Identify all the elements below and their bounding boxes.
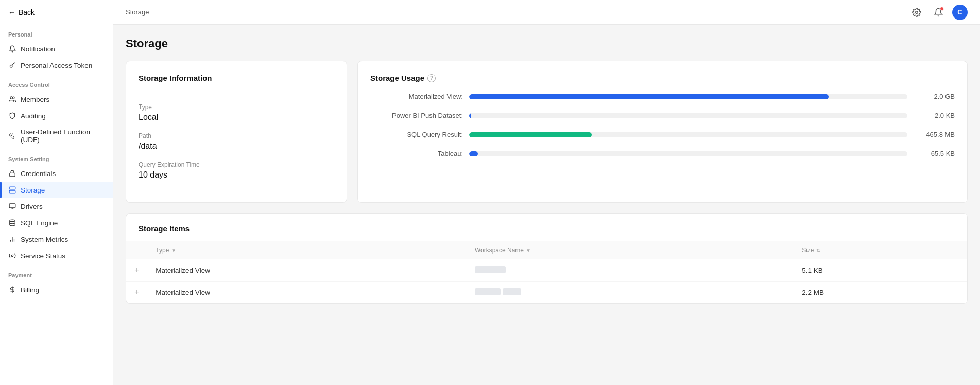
usage-label: SQL Query Result: [370, 131, 463, 138]
storage-usage-help-icon[interactable]: ? [427, 74, 436, 82]
sidebar-item-system-metrics[interactable]: System Metrics [0, 231, 113, 248]
usage-bar-container [469, 94, 907, 99]
key-icon [8, 61, 16, 69]
workspace-filter-icon[interactable]: ▼ [526, 248, 531, 253]
svg-rect-4 [9, 190, 15, 193]
sidebar-item-auditing[interactable]: Auditing [0, 108, 113, 124]
users-icon [8, 95, 16, 103]
topbar-title: Storage [126, 8, 149, 16]
storage-usage-card: Storage Usage ? Materialized View: 2.0 G… [357, 61, 968, 203]
table-row: + Materialized View 5.1 KB [126, 259, 967, 282]
sidebar-item-billing[interactable]: Billing [0, 282, 113, 298]
usage-bar-container [469, 132, 907, 137]
sidebar-item-storage[interactable]: Storage [0, 182, 113, 198]
type-label: Type [139, 103, 334, 111]
usage-bar-container [469, 151, 907, 156]
table-header-row: Type ▼ Workspace Name ▼ [126, 241, 967, 259]
usage-value: 2.0 KB [914, 112, 955, 119]
workspace-cell [467, 282, 794, 304]
svg-point-14 [11, 255, 13, 257]
function-icon [8, 132, 16, 140]
svg-point-10 [10, 220, 15, 222]
topbar: Storage C [113, 0, 980, 25]
sidebar-item-credentials[interactable]: Credentials [0, 165, 113, 182]
col-size: Size ⇅ [794, 241, 967, 259]
sidebar-item-label: Members [21, 96, 49, 103]
sidebar-item-service-status[interactable]: Service Status [0, 248, 113, 264]
usage-value: 465.8 MB [914, 131, 955, 138]
size-sort-icon[interactable]: ⇅ [816, 248, 820, 253]
sidebar-item-personal-access-token[interactable]: Personal Access Token [0, 57, 113, 74]
main-area: Storage C Storage Storage Information [113, 0, 980, 385]
size-cell: 2.2 MB [794, 282, 967, 304]
workspace-pill [475, 288, 501, 295]
usage-bars: Materialized View: 2.0 GB Power BI Push … [370, 93, 955, 157]
svg-rect-7 [9, 204, 15, 208]
expiration-value: 10 days [139, 170, 334, 180]
expand-cell[interactable]: + [126, 282, 147, 304]
usage-row: SQL Query Result: 465.8 MB [370, 131, 955, 138]
sidebar-item-label: Auditing [21, 112, 46, 120]
sidebar-item-members[interactable]: Members [0, 91, 113, 108]
cards-row: Storage Information Type Local Path /dat… [126, 61, 968, 203]
type-value: Local [139, 113, 334, 122]
back-button[interactable]: ← Back [0, 0, 113, 23]
type-cell: Materialized View [147, 282, 467, 304]
section-label-personal: Personal [0, 23, 113, 41]
section-label-payment: Payment [0, 264, 113, 282]
type-cell: Materialized View [147, 259, 467, 282]
dollar-icon [8, 286, 16, 294]
info-divider [126, 93, 347, 93]
usage-bar [469, 94, 829, 99]
storage-info-card: Storage Information Type Local Path /dat… [126, 61, 347, 203]
avatar-button[interactable]: C [952, 5, 968, 20]
sidebar-item-sql-engine[interactable]: SQL Engine [0, 215, 113, 231]
drivers-icon [8, 202, 16, 211]
storage-usage-title: Storage Usage ? [370, 74, 955, 82]
svg-rect-3 [9, 187, 15, 189]
notifications-button[interactable] [931, 5, 946, 20]
col-type: Type ▼ [147, 241, 467, 259]
usage-value: 65.5 KB [914, 150, 955, 157]
bell-icon [8, 45, 16, 53]
col-expand [126, 241, 147, 259]
sidebar: ← Back Personal Notification Personal Ac… [0, 0, 113, 385]
back-arrow-icon: ← [8, 8, 15, 16]
sidebar-item-label: Storage [21, 186, 45, 194]
usage-bar [469, 151, 478, 156]
usage-row: Materialized View: 2.0 GB [370, 93, 955, 100]
sidebar-item-label: Drivers [21, 203, 43, 211]
path-value: /data [139, 142, 334, 151]
sidebar-item-label: Personal Access Token [21, 62, 92, 69]
credential-icon [8, 169, 16, 178]
storage-items-table: Type ▼ Workspace Name ▼ [126, 241, 967, 303]
usage-bar [469, 113, 471, 118]
expand-cell[interactable]: + [126, 259, 147, 282]
table-row: + Materialized View 2.2 MB [126, 282, 967, 304]
svg-rect-2 [10, 173, 15, 176]
shield-icon [8, 112, 16, 120]
metrics-icon [8, 235, 16, 243]
workspace-pill [475, 266, 506, 273]
type-filter-icon[interactable]: ▼ [171, 248, 176, 253]
usage-bar [469, 132, 592, 137]
expiration-label: Query Expiration Time [139, 161, 334, 168]
sidebar-item-label: User-Defined Function (UDF) [21, 128, 105, 144]
storage-info-title: Storage Information [139, 74, 334, 82]
notification-dot [940, 7, 944, 11]
storage-items-tbody: + Materialized View 5.1 KB + Materialize… [126, 259, 967, 304]
sidebar-item-label: Credentials [21, 170, 56, 178]
settings-button[interactable] [909, 5, 924, 20]
sidebar-item-udf[interactable]: User-Defined Function (UDF) [0, 124, 113, 148]
type-field: Type Local [139, 103, 334, 122]
sidebar-item-notification[interactable]: Notification [0, 41, 113, 57]
sidebar-item-label: System Metrics [21, 236, 68, 243]
usage-label: Materialized View: [370, 93, 463, 100]
storage-icon [8, 186, 16, 194]
usage-label: Tableau: [370, 150, 463, 157]
expiration-field: Query Expiration Time 10 days [139, 161, 334, 180]
col-workspace: Workspace Name ▼ [467, 241, 794, 259]
sidebar-item-drivers[interactable]: Drivers [0, 198, 113, 215]
section-label-system-setting: System Setting [0, 148, 113, 165]
usage-label: Power BI Push Dataset: [370, 112, 463, 119]
